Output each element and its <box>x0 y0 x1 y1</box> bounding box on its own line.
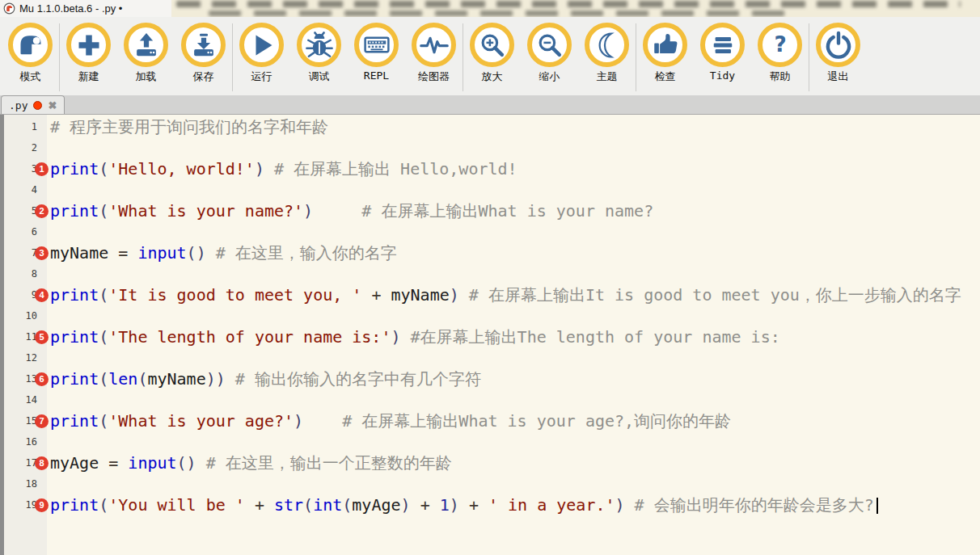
line-number: 4 <box>0 179 47 200</box>
toolbar-button-run[interactable]: 运行 <box>233 21 290 84</box>
tidy-lines-icon <box>707 29 739 61</box>
code-line[interactable]: 73myName = input() # 在这里，输入你的名字 <box>0 242 980 263</box>
toolbar-button-ring <box>8 23 53 67</box>
question-icon: ? <box>764 29 796 61</box>
annotation-badge[interactable]: 3 <box>35 246 49 260</box>
toolbar-button-plotter[interactable]: 绘图器 <box>405 21 463 84</box>
toolbar-button-ring <box>585 23 629 67</box>
line-number: 16 <box>0 431 47 452</box>
code-line[interactable]: 18 <box>0 473 980 494</box>
toolbar-button-label: 主题 <box>578 69 636 84</box>
toolbar-button-label: 放大 <box>463 69 521 84</box>
code-line[interactable]: 1# 程序主要用于询问我们的名字和年龄 <box>0 116 980 137</box>
code-line[interactable]: 115print('The length of your name is:') … <box>0 326 980 347</box>
toolbar-button-zoom-in[interactable]: 放大 <box>463 21 521 84</box>
toolbar-button-quit[interactable]: 退出 <box>809 21 867 84</box>
title-bar-left: Mu 1.1.0.beta.6 - .py • <box>0 0 171 17</box>
toolbar-button-label: 调试 <box>290 69 348 84</box>
code-line[interactable]: 178myAge = input() # 在这里，输出一个正整数的年龄 <box>0 452 980 473</box>
code-text: print('Hello, world!') # 在屏幕上输出 Hello,wo… <box>50 158 517 179</box>
blurred-background-text <box>176 1 961 7</box>
zoom-in-icon <box>476 29 509 61</box>
background-window-area <box>171 0 980 17</box>
line-number: 14 <box>0 389 47 410</box>
code-text: print(len(myName)) # 输出你输入的名字中有几个字符 <box>50 368 481 389</box>
toolbar-button-ring <box>643 23 687 67</box>
tab-bar: .py ✖ <box>0 95 980 115</box>
blurred-background-text <box>209 11 791 16</box>
toolbar-button-label: 新建 <box>60 69 117 84</box>
code-line[interactable]: 136print(len(myName)) # 输出你输入的名字中有几个字符 <box>0 368 980 389</box>
toolbar-button-label: 运行 <box>233 69 290 84</box>
code-text: print('What is your age?') # 在屏幕上输出What … <box>50 410 731 431</box>
line-number: 18 <box>0 473 47 494</box>
toolbar-button-save[interactable]: 保存 <box>175 21 232 84</box>
code-line[interactable]: 14 <box>0 389 980 410</box>
toolbar-button-zoom-out[interactable]: 缩小 <box>521 21 578 84</box>
code-line[interactable]: 12 <box>0 347 980 368</box>
toolbar-button-ring <box>181 23 226 67</box>
code-line[interactable]: 6 <box>0 221 980 242</box>
toolbar-button-label: 模式 <box>2 69 59 84</box>
line-number: 8 <box>0 263 47 284</box>
play-icon <box>246 29 278 61</box>
code-line[interactable]: 8 <box>0 263 980 284</box>
toolbar-button-ring <box>124 23 168 67</box>
toolbar-button-label: 检查 <box>636 69 694 84</box>
code-line[interactable]: 16 <box>0 431 980 452</box>
annotation-badge[interactable]: 9 <box>35 498 49 512</box>
keyboard-icon <box>361 29 393 61</box>
annotation-badge[interactable]: 2 <box>35 204 49 218</box>
toolbar-button-check[interactable]: 检查 <box>636 21 694 84</box>
toolbar-button-label: 退出 <box>809 69 867 84</box>
toolbar-button-debug[interactable]: 调试 <box>290 21 348 84</box>
code-line[interactable]: 31print('Hello, world!') # 在屏幕上输出 Hello,… <box>0 158 980 179</box>
toolbar-button-label: 加载 <box>117 69 175 84</box>
toolbar-button-load[interactable]: 加载 <box>117 21 175 84</box>
toolbar-button-help[interactable]: ?帮助 <box>751 21 809 84</box>
close-icon[interactable]: ✖ <box>48 100 57 111</box>
toolbar-button-ring <box>354 23 399 67</box>
toolbar-button-ring <box>816 23 860 67</box>
code-line[interactable]: 2 <box>0 137 980 158</box>
code-line[interactable]: 199print('You will be ' + str(int(myAge)… <box>0 494 980 515</box>
annotation-badge[interactable]: 8 <box>35 456 49 470</box>
annotation-badge[interactable]: 6 <box>35 372 49 386</box>
line-number: 10 <box>0 305 47 326</box>
window-title: Mu 1.1.0.beta.6 - .py • <box>19 2 122 15</box>
annotation-badge[interactable]: 4 <box>35 288 49 302</box>
toolbar-button-ring: ? <box>758 23 802 67</box>
svg-text:?: ? <box>774 32 786 57</box>
toolbar-button-ring <box>297 23 341 67</box>
code-line[interactable]: 4 <box>0 179 980 200</box>
download-icon <box>188 29 220 61</box>
code-line[interactable]: 10 <box>0 305 980 326</box>
annotation-badge[interactable]: 5 <box>35 330 49 344</box>
toolbar-button-ring <box>66 23 111 67</box>
toolbar-button-label: 缩小 <box>521 69 578 84</box>
toolbar-button-repl[interactable]: REPL <box>348 21 405 82</box>
toolbar-button-tidy[interactable]: Tidy <box>694 21 751 82</box>
pulse-icon <box>418 29 450 61</box>
toolbar-button-ring <box>700 23 745 67</box>
line-number: 12 <box>0 347 47 368</box>
code-text: # 程序主要用于询问我们的名字和年龄 <box>50 116 328 137</box>
code-line[interactable]: 52print('What is your name?') # 在屏幕上输出Wh… <box>0 200 980 221</box>
line-number: 1 <box>0 116 47 137</box>
code-editor[interactable]: 1# 程序主要用于询问我们的名字和年龄231print('Hello, worl… <box>0 115 980 555</box>
tab-py[interactable]: .py ✖ <box>1 95 65 114</box>
code-line[interactable]: 157print('What is your age?') # 在屏幕上输出Wh… <box>0 410 980 431</box>
mu-app-icon <box>3 2 15 15</box>
annotation-badge[interactable]: 1 <box>35 162 49 176</box>
annotation-badge[interactable]: 7 <box>35 414 49 428</box>
toolbar-button-ring <box>470 23 514 67</box>
toolbar-button-new[interactable]: 新建 <box>60 21 117 84</box>
bug-icon <box>303 29 336 61</box>
toolbar-button-ring <box>412 23 456 67</box>
modified-dot-icon <box>33 101 42 110</box>
code-text: print('The length of your name is:') #在屏… <box>50 326 780 347</box>
code-line[interactable]: 94print('It is good to meet you, ' + myN… <box>0 284 980 305</box>
toolbar-button-mode[interactable]: 模式 <box>2 21 59 84</box>
toolbar-button-theme[interactable]: 主题 <box>578 21 636 84</box>
mu-logo-icon <box>15 29 47 61</box>
